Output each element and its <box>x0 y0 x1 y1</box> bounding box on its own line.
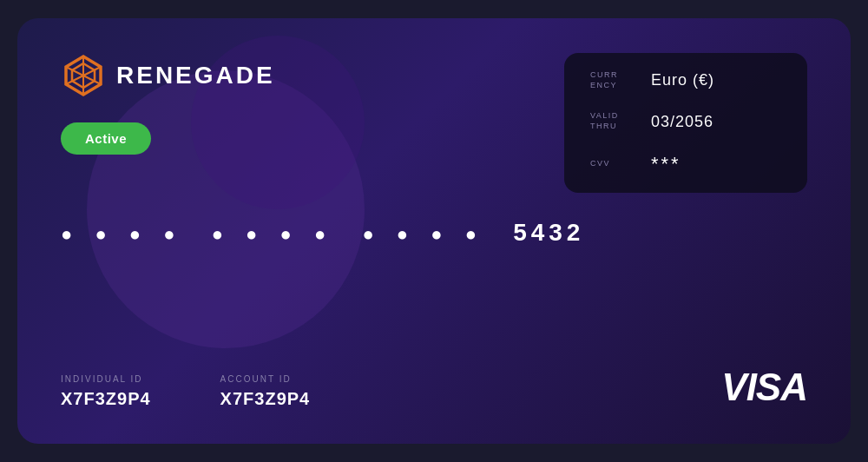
payment-card: RENEGADE Active CURRENCY Euro (€) VALIDT… <box>17 18 851 444</box>
cvv-value: *** <box>651 153 681 175</box>
account-id-label: ACCOUNT ID <box>220 374 311 384</box>
valid-thru-row: VALIDTHRU 03/2056 <box>590 111 781 131</box>
card-number-masked: ● ● ● ● ● ● ● ● ● ● ● ● <box>61 222 513 244</box>
card-bottom: INDIVIDUAL ID X7F3Z9P4 ACCOUNT ID X7F3Z9… <box>61 366 807 409</box>
card-top: RENEGADE Active CURRENCY Euro (€) VALIDT… <box>61 53 807 193</box>
cvv-label: CVV <box>590 159 634 169</box>
ids-area: INDIVIDUAL ID X7F3Z9P4 ACCOUNT ID X7F3Z9… <box>61 374 310 409</box>
account-id-block: ACCOUNT ID X7F3Z9P4 <box>220 374 311 409</box>
visa-logo: VISA <box>721 366 807 409</box>
currency-row: CURRENCY Euro (€) <box>590 70 781 90</box>
card-number: ● ● ● ● ● ● ● ● ● ● ● ● 5432 <box>61 219 584 246</box>
renegade-logo-icon <box>61 53 106 98</box>
valid-thru-value: 03/2056 <box>651 113 713 131</box>
status-badge: Active <box>61 122 151 155</box>
account-id-value: X7F3Z9P4 <box>220 389 311 409</box>
currency-label: CURRENCY <box>590 70 634 90</box>
individual-id-value: X7F3Z9P4 <box>61 389 151 409</box>
cvv-row: CVV *** <box>590 153 781 175</box>
valid-thru-label: VALIDTHRU <box>590 111 634 131</box>
card-number-area: ● ● ● ● ● ● ● ● ● ● ● ● 5432 <box>61 219 807 247</box>
individual-id-block: INDIVIDUAL ID X7F3Z9P4 <box>61 374 151 409</box>
individual-id-label: INDIVIDUAL ID <box>61 374 151 384</box>
currency-value: Euro (€) <box>651 71 714 89</box>
card-number-last-digits: 5432 <box>513 219 584 246</box>
brand-name: RENEGADE <box>116 62 275 89</box>
logo-area: RENEGADE <box>61 53 275 98</box>
card-info-panel: CURRENCY Euro (€) VALIDTHRU 03/2056 CVV … <box>564 53 807 193</box>
